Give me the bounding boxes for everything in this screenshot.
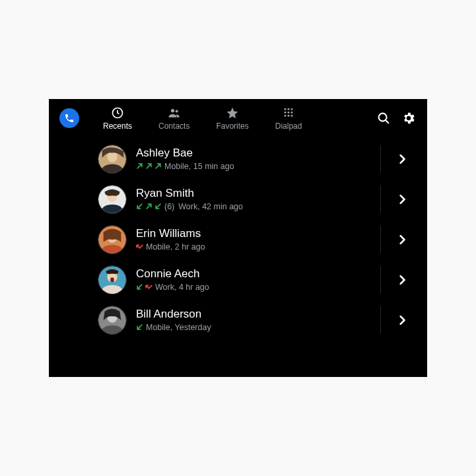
row-divider bbox=[380, 306, 381, 333]
svg-point-11 bbox=[291, 114, 293, 116]
tab-recents[interactable]: Recents bbox=[103, 106, 132, 131]
chevron-right-icon bbox=[399, 154, 405, 164]
dialpad-icon bbox=[282, 106, 295, 119]
top-bar: Recents Contacts Favorites Dialpad bbox=[49, 99, 427, 137]
call-meta-text: Work, 4 hr ago bbox=[155, 281, 209, 293]
call-direction-icons bbox=[136, 203, 162, 210]
tab-recents-label: Recents bbox=[103, 121, 132, 131]
call-meta: Mobile, 15 min ago bbox=[136, 160, 384, 172]
recents-row[interactable]: Connie Aech Work, 4 hr ago bbox=[49, 259, 427, 300]
row-divider bbox=[380, 266, 381, 293]
call-meta-text: Mobile, 2 hr ago bbox=[146, 241, 205, 253]
contact-name: Ryan Smith bbox=[136, 186, 384, 201]
tab-bar: Recents Contacts Favorites Dialpad bbox=[103, 106, 302, 131]
svg-point-1 bbox=[171, 109, 174, 112]
recents-info: Connie Aech Work, 4 hr ago bbox=[136, 267, 384, 293]
svg-point-5 bbox=[291, 108, 293, 110]
svg-point-2 bbox=[175, 110, 178, 112]
call-meta-text: Mobile, Yesterday bbox=[146, 322, 211, 333]
tab-favorites[interactable]: Favorites bbox=[216, 106, 248, 131]
outgoing-arrow-icon bbox=[145, 203, 153, 210]
call-direction-icons bbox=[136, 323, 143, 331]
recents-row[interactable]: Erin Williams Mobile, 2 hr ago bbox=[49, 219, 427, 259]
avatar bbox=[98, 145, 127, 174]
svg-point-26 bbox=[110, 277, 114, 283]
recents-info: Erin Williams Mobile, 2 hr ago bbox=[136, 226, 384, 253]
contact-name: Connie Aech bbox=[136, 267, 384, 281]
missed-arrow-icon bbox=[136, 243, 143, 250]
recents-row[interactable]: Ryan Smith (6) Work, 42 min ago bbox=[49, 179, 427, 219]
call-meta-text: Work, 42 min ago bbox=[178, 201, 243, 213]
outgoing-arrow-icon bbox=[154, 162, 162, 170]
avatar bbox=[98, 225, 127, 254]
call-direction-icons bbox=[136, 243, 143, 250]
recents-row[interactable]: Bill Anderson Mobile, Yesterday bbox=[49, 300, 427, 340]
svg-line-13 bbox=[386, 120, 388, 123]
svg-point-10 bbox=[288, 114, 290, 116]
contacts-icon bbox=[168, 106, 181, 119]
call-direction-icons bbox=[136, 283, 153, 290]
dial-fab[interactable] bbox=[59, 108, 79, 128]
tab-contacts-label: Contacts bbox=[158, 121, 189, 131]
svg-point-6 bbox=[285, 111, 287, 113]
recents-info: Bill Anderson Mobile, Yesterday bbox=[136, 307, 384, 333]
incoming-arrow-icon bbox=[136, 323, 143, 331]
incoming-arrow-icon bbox=[154, 203, 162, 210]
row-divider bbox=[380, 186, 381, 213]
chevron-right-icon bbox=[399, 235, 405, 244]
row-detail-button[interactable] bbox=[384, 179, 421, 219]
contact-name: Bill Anderson bbox=[136, 307, 384, 322]
settings-button[interactable] bbox=[401, 110, 417, 126]
recents-info: Ryan Smith (6) Work, 42 min ago bbox=[136, 186, 384, 213]
call-meta: Mobile, 2 hr ago bbox=[136, 241, 384, 253]
tab-dialpad-label: Dialpad bbox=[275, 121, 302, 131]
missed-arrow-icon bbox=[145, 283, 153, 290]
star-icon bbox=[226, 106, 239, 119]
recents-row[interactable]: Ashley Bae Mobile, 15 min ago bbox=[49, 139, 427, 179]
phone-icon bbox=[64, 113, 75, 123]
outgoing-arrow-icon bbox=[145, 162, 153, 170]
row-detail-button[interactable] bbox=[384, 259, 421, 300]
search-icon bbox=[376, 111, 391, 125]
recents-icon bbox=[111, 106, 124, 119]
call-meta: Mobile, Yesterday bbox=[136, 322, 384, 333]
avatar bbox=[98, 185, 127, 214]
svg-point-3 bbox=[285, 108, 287, 110]
contact-name: Erin Williams bbox=[136, 226, 384, 241]
chevron-right-icon bbox=[399, 195, 405, 204]
phone-app-window: Recents Contacts Favorites Dialpad bbox=[49, 99, 427, 377]
tab-contacts[interactable]: Contacts bbox=[158, 106, 189, 131]
svg-point-7 bbox=[288, 111, 290, 113]
row-divider bbox=[380, 145, 381, 172]
svg-point-4 bbox=[288, 108, 290, 110]
recents-info: Ashley Bae Mobile, 15 min ago bbox=[136, 146, 384, 172]
recents-list: Ashley Bae Mobile, 15 min ago Ryan S bbox=[49, 137, 427, 340]
row-detail-button[interactable] bbox=[384, 219, 421, 259]
row-detail-button[interactable] bbox=[384, 139, 421, 179]
incoming-arrow-icon bbox=[136, 203, 143, 210]
chevron-right-icon bbox=[399, 316, 405, 325]
search-button[interactable] bbox=[376, 110, 391, 126]
call-direction-icons bbox=[136, 162, 162, 170]
call-count: (6) bbox=[164, 201, 174, 213]
svg-point-9 bbox=[285, 114, 287, 116]
avatar bbox=[98, 265, 127, 294]
tab-dialpad[interactable]: Dialpad bbox=[275, 106, 302, 131]
row-detail-button[interactable] bbox=[384, 300, 421, 340]
call-meta: Work, 4 hr ago bbox=[136, 281, 384, 293]
avatar bbox=[98, 306, 127, 335]
gear-icon bbox=[401, 111, 416, 125]
svg-point-8 bbox=[291, 111, 293, 113]
outgoing-arrow-icon bbox=[136, 162, 143, 170]
row-divider bbox=[380, 226, 381, 253]
call-meta: (6) Work, 42 min ago bbox=[136, 201, 384, 213]
call-meta-text: Mobile, 15 min ago bbox=[164, 160, 234, 172]
chevron-right-icon bbox=[399, 275, 405, 285]
tab-favorites-label: Favorites bbox=[216, 121, 248, 131]
incoming-arrow-icon bbox=[136, 283, 143, 290]
contact-name: Ashley Bae bbox=[136, 146, 384, 160]
